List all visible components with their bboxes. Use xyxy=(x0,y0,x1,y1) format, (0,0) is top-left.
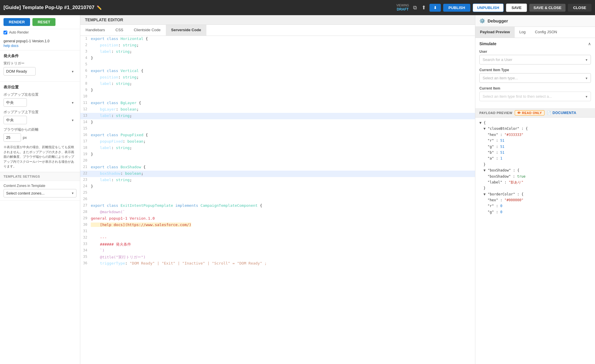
copy-icon-button[interactable]: ⧉ xyxy=(412,4,418,12)
auto-render-row: Auto Render xyxy=(0,29,80,37)
line-number-12: 12 xyxy=(80,106,91,113)
tab-config-json[interactable]: Config JSON xyxy=(530,27,562,38)
current-item-field: Current Item Select an item type first t… xyxy=(479,86,591,101)
line-content-25 xyxy=(91,190,475,196)
item-type-label: Current Item Type xyxy=(479,68,591,72)
tab-serverside[interactable]: Serverside Code xyxy=(166,25,206,36)
code-line-29: 29general popup1-1 Version.1.0 xyxy=(80,216,475,222)
line-number-33: 33 xyxy=(80,241,91,248)
distance-label: ブラウザ端からの距離 xyxy=(4,127,76,132)
position-section: 表示位置 ポップアップ左右位置 中央 左 右 ポップアップ上下位置 中央 上 xyxy=(0,82,80,172)
code-line-5: 5 xyxy=(80,62,475,68)
line-content-27: export class ExitIntentPopupTemplate imp… xyxy=(91,203,475,209)
content-zones-select[interactable]: Select content zones... xyxy=(4,189,76,197)
line-number-1: 1 xyxy=(80,36,91,42)
auto-render-checkbox[interactable] xyxy=(4,31,7,34)
publish-button[interactable]: PUBLISH xyxy=(443,4,470,12)
json-r: "r" : 51 xyxy=(479,138,591,144)
code-line-16: 16export class PopupFixed { xyxy=(80,132,475,139)
line-content-33: ###### 発火条件 xyxy=(91,241,475,248)
code-line-20: 20 xyxy=(80,158,475,164)
tab-log[interactable]: Log xyxy=(515,27,530,38)
item-type-field: Current Item Type Select an item type... xyxy=(479,68,591,83)
save-button[interactable]: SAVE xyxy=(506,4,527,12)
item-type-select[interactable]: Select an item type... xyxy=(479,73,591,83)
code-line-23: 23 label: string; xyxy=(80,177,475,183)
code-line-25: 25 xyxy=(80,190,475,196)
line-number-34: 34 xyxy=(80,248,91,254)
documentation-link[interactable]: 📄 Documenta xyxy=(547,111,576,115)
trigger-title: 発火条件 xyxy=(4,53,76,59)
content-zones-section: Content Zones in Template Select content… xyxy=(0,181,80,201)
main-layout: RENDER RESET Auto Render general popup1-… xyxy=(0,15,595,364)
tab-payload-preview[interactable]: Payload Preview xyxy=(475,27,515,38)
readonly-text: READ ONLY xyxy=(522,111,542,115)
line-number-23: 23 xyxy=(80,177,91,183)
right-panel: ⚙️ Debugger Payload Preview Log Config J… xyxy=(475,15,595,364)
line-content-18: label: string; xyxy=(91,145,475,151)
distance-input-row: px xyxy=(4,133,76,142)
distance-input[interactable] xyxy=(4,133,21,142)
unpublish-button[interactable]: UNPUBLISH xyxy=(473,4,504,12)
code-editor[interactable]: 1export class Horizontal {2 position: st… xyxy=(80,36,475,364)
line-content-31 xyxy=(91,228,475,235)
tab-css[interactable]: CSS xyxy=(110,25,129,36)
code-line-33: 33 ###### 発火条件 xyxy=(80,241,475,248)
code-line-1: 1export class Horizontal { xyxy=(80,36,475,42)
horizontal-position-field: ポップアップ左右位置 中央 左 右 xyxy=(4,92,76,107)
line-number-11: 11 xyxy=(80,100,91,106)
edit-icon[interactable]: ✏️ xyxy=(97,5,102,10)
vertical-select[interactable]: 中央 上 下 xyxy=(4,116,27,124)
code-line-17: 17 popupFixed: boolean; xyxy=(80,139,475,145)
code-line-9: 9} xyxy=(80,87,475,94)
tab-clientside[interactable]: Clientside Code xyxy=(128,25,166,36)
code-line-36: 36 triggerType: "DOM Ready" | "Exit" | "… xyxy=(80,260,475,267)
download-button[interactable]: ⬇ xyxy=(429,4,441,12)
help-link[interactable]: help docs xyxy=(4,44,76,48)
code-line-18: 18 label: string; xyxy=(80,145,475,151)
tab-handlebars[interactable]: Handlebars xyxy=(80,25,110,36)
save-close-button[interactable]: SAVE & CLOSE xyxy=(529,4,566,12)
collapse-icon[interactable]: ∧ xyxy=(588,41,591,46)
auto-render-label: Auto Render xyxy=(9,30,29,34)
line-number-8: 8 xyxy=(80,81,91,87)
close-button[interactable]: CLOSE xyxy=(568,4,591,12)
json-b: "b" : 51 xyxy=(479,150,591,155)
horizontal-select[interactable]: 中央 左 右 xyxy=(4,98,27,107)
version-text: general popup1-1 Version.1.0 xyxy=(4,39,49,43)
execution-trigger-select-wrapper: DOM Ready Exit Inactive Scroll xyxy=(4,67,76,76)
left-panel: RENDER RESET Auto Render general popup1-… xyxy=(0,15,80,364)
code-line-34: 34 `) xyxy=(80,248,475,254)
code-line-22: 22 boxShadow: boolean; xyxy=(80,171,475,177)
simulate-header: Simulate ∧ xyxy=(479,41,591,46)
user-select[interactable]: Search for a User xyxy=(479,55,591,64)
upload-icon-button[interactable]: ⬆ xyxy=(420,3,427,12)
line-number-2: 2 xyxy=(80,42,91,49)
code-line-21: 21export class BoxShadow { xyxy=(80,164,475,171)
line-content-20 xyxy=(91,158,475,164)
doc-label: Documenta xyxy=(553,111,577,115)
execution-trigger-select[interactable]: DOM Ready Exit Inactive Scroll xyxy=(4,67,36,76)
render-button[interactable]: RENDER xyxy=(4,18,30,26)
current-item-select[interactable]: Select an item type first to then select… xyxy=(479,92,591,101)
line-content-22: boxShadow: boolean; xyxy=(91,171,475,177)
line-content-4: } xyxy=(91,55,475,62)
reset-button[interactable]: RESET xyxy=(32,18,55,26)
line-number-24: 24 xyxy=(80,183,91,190)
vertical-label: ポップアップ上下位置 xyxy=(4,110,76,115)
line-number-13: 13 xyxy=(80,113,91,119)
simulate-title: Simulate xyxy=(479,41,496,46)
line-number-35: 35 xyxy=(80,254,91,260)
json-border-color: ▼ "borderColor" : { xyxy=(479,191,591,197)
line-content-29: general popup1-1 Version.1.0 xyxy=(91,216,475,222)
line-content-7: position: string; xyxy=(91,74,475,81)
position-note: ※表示位置が中央の場合、距離指定をしても反映されません。またポップアップの大きさ… xyxy=(4,145,76,169)
px-unit-label: px xyxy=(23,135,27,140)
line-number-32: 32 xyxy=(80,235,91,241)
json-border-g: "g" : 0 xyxy=(479,209,591,215)
render-reset-row: RENDER RESET xyxy=(0,15,80,29)
line-number-14: 14 xyxy=(80,119,91,126)
json-boxshadow-val: "boxShadow" : true xyxy=(479,174,591,179)
line-content-35: @title("実行トリガー") xyxy=(91,254,475,260)
code-line-26: 26 xyxy=(80,196,475,203)
